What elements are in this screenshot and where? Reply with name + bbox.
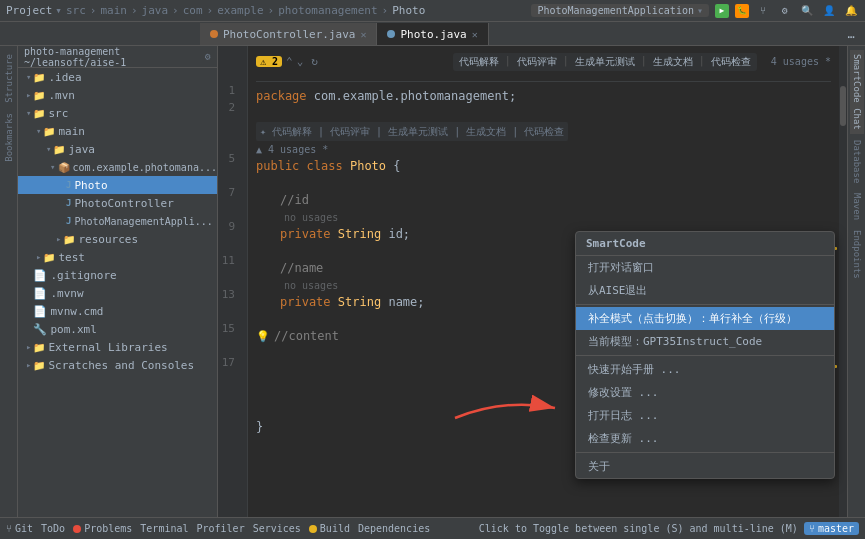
java-file-icon: J (66, 198, 71, 208)
tree-item-scratches[interactable]: ▸ 📁 Scratches and Consoles (18, 356, 217, 374)
tree-item-main[interactable]: ▾ 📁 main (18, 122, 217, 140)
tab-database[interactable]: Database (850, 136, 864, 187)
notifications-icon[interactable]: 🔔 (843, 3, 859, 19)
menu-check-update[interactable]: 检查更新 ... (576, 427, 834, 450)
git-bottom-btn[interactable]: ⑂ Git (6, 523, 33, 534)
menu-item-label: 补全模式（点击切换）：单行补全（行级） (588, 311, 797, 326)
warning-badge: ⚠ 2 (256, 56, 282, 67)
code-line-2 (256, 105, 831, 122)
menu-separator-3 (576, 452, 834, 453)
tree-item-java[interactable]: ▾ 📁 java (18, 140, 217, 158)
ai-code-review[interactable]: 代码评审 (517, 55, 557, 69)
menu-separator-2 (576, 355, 834, 356)
tree-label: src (48, 107, 68, 120)
code-line-1: package com.example.photomanagement; (256, 88, 831, 105)
tree-item-mvn[interactable]: ▸ 📁 .mvn (18, 86, 217, 104)
scroll-thumb[interactable] (840, 86, 846, 126)
menu-about[interactable]: 关于 (576, 455, 834, 478)
services-bottom-btn[interactable]: Services (253, 523, 301, 534)
profiler-bottom-btn[interactable]: Profiler (197, 523, 245, 534)
tab-label: PhotoController.java (223, 28, 355, 41)
debug-button[interactable]: 🐛 (735, 4, 749, 18)
build-bottom-btn[interactable]: Build (309, 523, 350, 534)
arrow-icon: ▸ (26, 342, 31, 352)
tree-item-resources[interactable]: ▸ 📁 resources (18, 230, 217, 248)
arrow-icon: ▸ (26, 90, 31, 100)
tab-smartcode-chat[interactable]: SmartCode Chat (850, 50, 864, 134)
tree-item-gitignore[interactable]: ▸ 📄 .gitignore (18, 266, 217, 284)
menu-current-model[interactable]: 当前模型：GPT35Instruct_Code (576, 330, 834, 353)
run-config-dropdown[interactable]: PhotoManagementApplication ▾ (531, 4, 709, 17)
scrollbar[interactable] (839, 46, 847, 517)
tree-item-photo[interactable]: J Photo (18, 176, 217, 194)
tree-item-test[interactable]: ▸ 📁 test (18, 248, 217, 266)
problems-label: Problems (84, 523, 132, 534)
tree-item-package[interactable]: ▾ 📦 com.example.photomana... (18, 158, 217, 176)
tree-label: Photo (74, 179, 107, 192)
refresh-icon[interactable]: ↻ (311, 55, 318, 68)
comment: //id (280, 192, 309, 209)
tab-photo[interactable]: Photo.java ✕ (377, 23, 488, 45)
tree-item-src[interactable]: ▾ 📁 src (18, 104, 217, 122)
warning-icon (309, 525, 317, 533)
tree-item-external-libs[interactable]: ▸ 📁 External Libraries (18, 338, 217, 356)
git-branch[interactable]: ⑂ master (804, 522, 859, 535)
settings-icon[interactable]: ⚙ (777, 3, 793, 19)
search-icon[interactable]: 🔍 (799, 3, 815, 19)
arrow-icon: ▸ (26, 288, 31, 298)
menu-settings[interactable]: 修改设置 ... (576, 381, 834, 404)
brace: { (393, 158, 400, 175)
sidebar-settings-icon[interactable]: ⚙ (205, 51, 211, 62)
profiler-label: Profiler (197, 523, 245, 534)
tab-close-active-icon[interactable]: ✕ (472, 29, 478, 40)
user-icon[interactable]: 👤 (821, 3, 837, 19)
tree-item-pomxml[interactable]: ▸ 🔧 pom.xml (18, 320, 217, 338)
more-tabs-icon[interactable]: ⋯ (843, 29, 859, 45)
sidebar-header: photo-management ~/leansoft/aise-1 ⚙ (18, 46, 217, 68)
tab-endpoints[interactable]: Endpoints (850, 226, 864, 283)
expand-icon[interactable]: ⌃ (286, 55, 293, 68)
tree-item-idea[interactable]: ▾ 📁 .idea (18, 68, 217, 86)
menu-quick-start[interactable]: 快速开始手册 ... (576, 358, 834, 381)
tree-label: Scratches and Consoles (48, 359, 194, 372)
folder-icon: 📦 (58, 162, 70, 173)
sidebar-item-structure[interactable]: Structure (2, 50, 16, 107)
todo-bottom-btn[interactable]: ToDo (41, 523, 65, 534)
ai-code-explain[interactable]: 代码解释 (459, 55, 499, 69)
git-icon[interactable]: ⑂ (755, 3, 771, 19)
menu-completion-mode[interactable]: 补全模式（点击切换）：单行补全（行级） (576, 307, 834, 330)
menu-open-dialog[interactable]: 打开对话窗口 (576, 256, 834, 279)
menu-item-label: 打开对话窗口 (588, 260, 654, 275)
project-dropdown[interactable]: Project ▾ (6, 4, 62, 17)
dependencies-bottom-btn[interactable]: Dependencies (358, 523, 430, 534)
arrow-icon: ▸ (26, 324, 31, 334)
problems-bottom-btn[interactable]: Problems (73, 523, 132, 534)
collapse-icon[interactable]: ⌄ (297, 55, 304, 68)
red-arrow (445, 388, 565, 431)
tree-label: mvnw.cmd (50, 305, 103, 318)
ai-gen-doc[interactable]: 生成文档 (653, 55, 693, 69)
code-line-6 (256, 175, 831, 192)
run-button[interactable]: ▶ (715, 4, 729, 18)
ai-code-check[interactable]: 代码检查 (711, 55, 751, 69)
tree-item-mvnw[interactable]: ▸ 📄 .mvnw (18, 284, 217, 302)
tab-close-icon[interactable]: ✕ (360, 29, 366, 40)
sidebar-item-bookmarks[interactable]: Bookmarks (2, 109, 16, 166)
breadcrumb: src › main › java › com › example › phot… (66, 4, 425, 17)
tree-item-mvnwcmd[interactable]: ▸ 📄 mvnw.cmd (18, 302, 217, 320)
tree-item-photomgmtapp[interactable]: J PhotoManagementAppli... (18, 212, 217, 230)
menu-exit-aise[interactable]: 从AISE退出 (576, 279, 834, 302)
keyword-private: private (280, 226, 331, 243)
arrow-icon: ▸ (56, 234, 61, 244)
arrow-icon: ▸ (26, 306, 31, 316)
file-icon: 📄 (33, 305, 47, 318)
project-name: photo-management ~/leansoft/aise-1 (24, 46, 205, 68)
tab-photocontroller[interactable]: PhotoController.java ✕ (200, 23, 377, 45)
menu-open-log[interactable]: 打开日志 ... (576, 404, 834, 427)
tree-item-photocontroller[interactable]: J PhotoController (18, 194, 217, 212)
bulb-icon[interactable]: 💡 (256, 328, 270, 345)
ai-unit-test[interactable]: 生成单元测试 (575, 55, 635, 69)
error-icon (73, 525, 81, 533)
tab-maven[interactable]: Maven (850, 189, 864, 224)
terminal-bottom-btn[interactable]: Terminal (140, 523, 188, 534)
